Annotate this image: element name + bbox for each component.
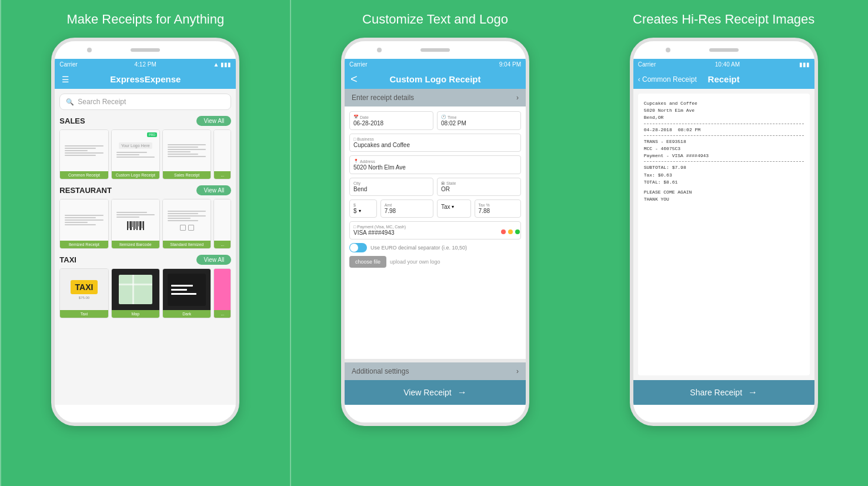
nav-bar-3: ‹ Common Receipt Receipt xyxy=(633,69,814,89)
custom-logo-thumb[interactable]: PRO Your Logo Here Custom Logo Receipt xyxy=(111,129,160,179)
city-value: Bend xyxy=(353,186,429,192)
euro-toggle-label: Use EURO decimal separator (i.e. 10,50) xyxy=(370,245,467,251)
amount-tax-row: $ $ ▾ Amt 7.98 xyxy=(349,199,521,218)
payment-field[interactable]: □ Payment (Visa, MC, Cash) VISA ####4943 xyxy=(349,221,521,239)
dark-line xyxy=(171,293,196,295)
euro-toggle-row: Use EURO decimal separator (i.e. 10,50) xyxy=(349,243,521,252)
payment-row: □ Payment (Visa, MC, Cash) VISA ####4943 xyxy=(349,221,521,239)
time-1: 4:12 PM xyxy=(135,61,156,68)
address-field[interactable]: 📍 Address 5020 North Elm Ave xyxy=(349,155,521,174)
date-field[interactable]: 📅 Date 06-28-2018 xyxy=(349,111,433,130)
receipt-preview-screen: Cupcakes and Coffee 5020 North Elm Ave B… xyxy=(633,89,814,380)
receipt-paper: Cupcakes and Coffee 5020 North Elm Ave B… xyxy=(638,94,810,375)
receipt-lines-4 xyxy=(65,214,103,227)
partial-label-2: ... xyxy=(214,241,231,248)
sales-receipt-thumb[interactable]: Sales Receipt xyxy=(162,129,211,179)
barcode-img xyxy=(112,199,159,241)
tax-type-field[interactable]: Tax ▾ xyxy=(437,199,471,218)
search-bar[interactable]: 🔍 Search Receipt xyxy=(59,94,231,110)
status-bar-1: Carrier 4:12 PM ▲ ▮▮▮ xyxy=(55,59,236,69)
share-receipt-btn[interactable]: Share Receipt → xyxy=(633,380,814,405)
sales-view-all[interactable]: View All xyxy=(196,116,231,126)
checkbox xyxy=(180,225,186,231)
additional-chevron-right: › xyxy=(516,367,519,375)
camera-1 xyxy=(87,48,92,52)
map-visual xyxy=(119,275,152,304)
business-value: Cupcakes and Coffee xyxy=(353,142,517,148)
payment-label: □ Payment (Visa, MC, Cash) xyxy=(353,225,517,229)
business-row: □ Business Cupcakes and Coffee xyxy=(349,134,521,152)
maximize-btn xyxy=(515,229,520,234)
barcode-bar xyxy=(133,221,135,230)
receipt-datetime-row: 04-28-2018 08:02 PM xyxy=(644,127,804,133)
additional-settings-text: Additional settings xyxy=(352,367,409,375)
enter-details-bar[interactable]: Enter receipt details › xyxy=(345,89,526,106)
back-icon-3[interactable]: ‹ Common Receipt xyxy=(638,75,697,84)
carrier-3: Carrier xyxy=(638,61,656,68)
euro-toggle[interactable] xyxy=(349,243,367,252)
standard-itemized-thumb[interactable]: Standard Itemized xyxy=(162,199,211,249)
business-field[interactable]: □ Business Cupcakes and Coffee xyxy=(349,134,521,152)
dark-thumb[interactable]: Dark xyxy=(162,268,211,318)
amt-field[interactable]: Amt 7.98 xyxy=(380,199,433,218)
checkbox-icon: □ xyxy=(353,225,356,229)
battery-icon: ▮▮▮ xyxy=(221,61,231,68)
choose-file-btn[interactable]: choose file xyxy=(349,256,386,268)
panel-3: Creates Hi-Res Receipt Images Carrier 10… xyxy=(579,0,868,486)
line xyxy=(116,152,147,153)
receipt-subtotal: SUBTOTAL: $7.98 xyxy=(644,164,804,171)
tax-value-field[interactable]: Tax % 7.88 xyxy=(475,199,521,218)
itemized-receipt-thumb[interactable]: Itemized Receipt xyxy=(59,199,108,249)
phone-bottom-3 xyxy=(633,405,814,422)
receipt-tax: Tax: $0.63 xyxy=(644,172,804,178)
line xyxy=(65,152,103,154)
map-thumb[interactable]: Map xyxy=(111,268,160,318)
choose-file-row: choose file upload your own logo xyxy=(349,256,521,268)
back-icon-2[interactable]: < xyxy=(350,72,358,86)
barcode-thumb[interactable]: Itemized Barcode xyxy=(111,199,160,249)
receipt-lines xyxy=(65,144,103,157)
receipt-total: TOTAL: $8.61 xyxy=(644,179,804,185)
receipt-trans: TRANS - EE93518 xyxy=(644,138,804,145)
receipt-thank: THANK YOU xyxy=(644,196,804,202)
nav-bar-2: < Custom Logo Receipt xyxy=(345,69,526,89)
city-field[interactable]: City Bend xyxy=(349,178,433,196)
tax-percent-value: 7.88 xyxy=(479,208,517,214)
receipt-city-state: Bend,OR xyxy=(644,114,804,121)
camera-2 xyxy=(377,48,382,52)
status-icons-1: ▲ ▮▮▮ xyxy=(213,61,231,68)
form-screen: Enter receipt details › 📅 Date 06-28-201… xyxy=(345,89,526,380)
carrier-2: Carrier xyxy=(349,61,368,68)
restaurant-view-all[interactable]: View All xyxy=(196,185,231,195)
additional-settings-bar[interactable]: Additional settings › xyxy=(345,362,526,380)
receipt-date: 04-28-2018 xyxy=(644,127,672,133)
search-icon: 🔍 xyxy=(66,98,74,106)
menu-icon[interactable]: ☰ xyxy=(62,75,69,84)
receipt-mcc: MCC - 46075C3 xyxy=(644,145,804,152)
barcode-bar xyxy=(130,221,132,230)
taxi-view-all[interactable]: View All xyxy=(196,255,231,265)
line xyxy=(168,144,206,145)
upload-text: upload your own logo xyxy=(390,259,440,265)
sales-section-header: SALES View All xyxy=(59,116,231,126)
custom-logo-label: Custom Logo Receipt xyxy=(112,171,159,179)
taxi-section-header: TAXI View All xyxy=(59,255,231,265)
line xyxy=(65,145,103,147)
state-value: OR xyxy=(441,186,517,192)
taxi-content: TAXI $75.00 xyxy=(71,280,98,299)
view-receipt-btn[interactable]: View Receipt → xyxy=(345,380,526,405)
state-field[interactable]: 🏛 State OR xyxy=(437,178,521,196)
line xyxy=(168,220,198,221)
currency-field[interactable]: $ $ ▾ xyxy=(349,199,377,218)
time-field[interactable]: 🕐 Time 08:02 PM xyxy=(437,111,521,130)
panel-2: Customize Text and Logo Carrier 9:04 PM … xyxy=(291,0,580,486)
time-value: 08:02 PM xyxy=(441,120,517,127)
line xyxy=(65,150,88,151)
line xyxy=(65,222,88,223)
barcode-bar xyxy=(138,221,139,227)
panel-1-title: Make Receipts for Anything xyxy=(66,12,224,27)
map-road-h xyxy=(119,284,152,285)
taxi-thumb[interactable]: TAXI $75.00 Taxi xyxy=(59,268,108,318)
partial-img xyxy=(214,130,231,171)
common-receipt-thumb[interactable]: Common Receipt xyxy=(59,129,108,179)
